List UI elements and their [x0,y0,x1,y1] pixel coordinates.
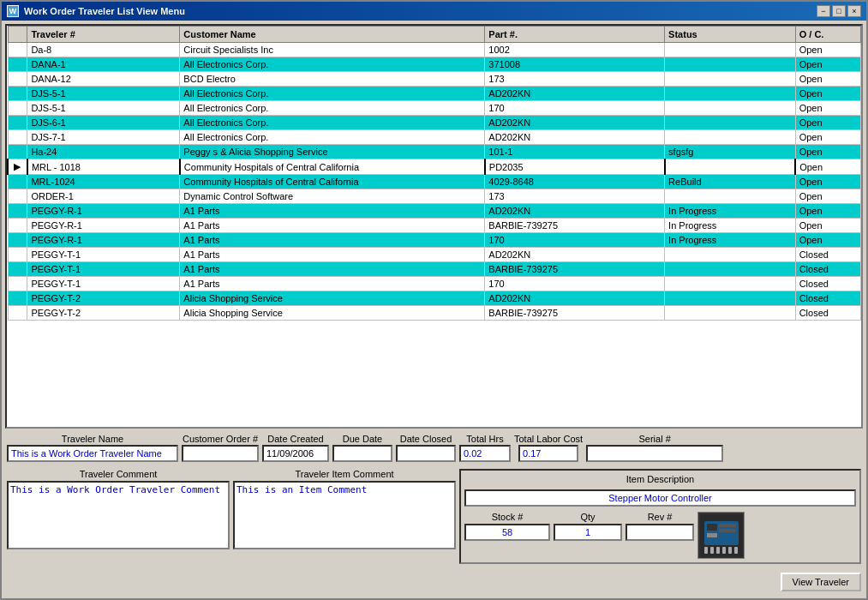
row-oc: Open [795,116,860,130]
item-image [697,512,745,559]
traveler-name-group: Traveler Name [7,434,178,462]
row-arrow [8,175,27,189]
table-row[interactable]: DJS-5-1All Electronics Corp.170Open [8,101,861,116]
total-labor-input[interactable] [518,445,578,462]
table-wrapper[interactable]: Traveler # Customer Name Part #. Status … [7,26,861,427]
row-arrow [8,116,27,130]
row-part: BARBIE-739275 [485,262,665,277]
table-row[interactable]: DJS-5-1All Electronics Corp.AD202KNOpen [8,87,861,101]
row-customer: All Electronics Corp. [180,57,485,72]
table-row[interactable]: DJS-7-1All Electronics Corp.AD202KNOpen [8,130,861,145]
table-row[interactable]: PEGGY-T-1A1 Parts170Closed [8,277,861,291]
row-status [665,43,796,57]
table-row[interactable]: PEGGY-R-1A1 Parts170In ProgressOpen [8,233,861,248]
table-row[interactable]: Da-8Circuit Specialists Inc1002Open [8,43,861,57]
table-row[interactable]: Ha-24Peggy s & Alicia Shopping Service10… [8,145,861,159]
traveler-name-input[interactable] [7,445,178,462]
table-row[interactable]: PEGGY-T-1A1 PartsBARBIE-739275Closed [8,262,861,277]
row-arrow [8,219,27,233]
col-status-header: Status [665,27,796,43]
svg-rect-10 [728,547,732,554]
total-hrs-input[interactable] [459,445,511,462]
row-oc: Open [795,130,860,145]
row-status [665,116,796,130]
row-status [665,291,796,306]
svg-rect-2 [707,524,717,531]
restore-button[interactable]: □ [832,5,846,17]
svg-rect-7 [710,547,714,554]
table-row[interactable]: DANA-1All Electronics Corp.371008Open [8,57,861,72]
app-icon: W [7,5,19,17]
row-customer: A1 Parts [180,219,485,233]
qty-group: Qty 1 [554,512,622,541]
date-closed-input[interactable] [396,445,456,462]
row-oc: Open [795,57,860,72]
row-customer: Alicia Shopping Service [180,306,485,321]
row-oc: Open [795,145,860,159]
row-customer: All Electronics Corp. [180,87,485,101]
row-part: BARBIE-739275 [485,306,665,321]
table-row[interactable]: PEGGY-T-1A1 PartsAD202KNClosed [8,248,861,262]
row-part: AD202KN [485,87,665,101]
title-bar: W Work Order Traveler List View Menu − □… [2,2,866,21]
row-part: AD202KN [485,130,665,145]
row-part: AD202KN [485,248,665,262]
row-status [665,277,796,291]
row-arrow [8,57,27,72]
row-arrow [8,101,27,116]
table-row[interactable]: ORDER-1Dynamic Control Software173Open [8,189,861,204]
row-status [665,87,796,101]
row-oc: Open [795,159,860,175]
table-row[interactable]: DJS-6-1All Electronics Corp.AD202KNOpen [8,116,861,130]
due-date-input[interactable] [332,445,392,462]
table-row[interactable]: PEGGY-T-2Alicia Shopping ServiceBARBIE-7… [8,306,861,321]
row-status: ReBuild [665,175,796,189]
table-row[interactable]: DANA-12BCD Electro173Open [8,72,861,87]
stock-value: 58 [464,524,550,541]
table-row[interactable]: MRL-1024Community Hospitals of Central C… [8,175,861,189]
col-customer-header: Customer Name [180,27,485,43]
row-customer: Peggy s & Alicia Shopping Service [180,145,485,159]
serial-input[interactable] [586,445,723,462]
view-traveler-button[interactable]: View Traveler [781,573,861,591]
row-status: In Progress [665,219,796,233]
traveler-table: Traveler # Customer Name Part #. Status … [7,26,861,321]
row-customer: All Electronics Corp. [180,101,485,116]
window-body: Traveler # Customer Name Part #. Status … [2,21,866,598]
table-row[interactable]: ▶MRL - 1018Community Hospitals of Centra… [8,159,861,175]
row-arrow: ▶ [8,159,27,175]
table-row[interactable]: PEGGY-R-1A1 PartsBARBIE-739275In Progres… [8,219,861,233]
item-description-title: Item Description [464,474,856,484]
row-traveler: MRL-1024 [27,175,180,189]
date-created-input[interactable] [262,445,329,462]
row-traveler: PEGGY-T-2 [27,291,180,306]
total-labor-group: Total Labor Cost [514,434,583,462]
row-customer: Community Hospitals of Central Californi… [180,175,485,189]
rev-value [626,524,694,541]
col-traveler-header: Traveler # [27,27,180,43]
rev-label: Rev # [648,512,673,522]
customer-order-input[interactable] [182,445,259,462]
row-oc: Closed [795,248,860,262]
row-status [665,101,796,116]
close-button[interactable]: × [847,5,861,17]
row-part: 371008 [485,57,665,72]
minimize-button[interactable]: − [817,5,830,17]
table-row[interactable]: PEGGY-T-2Alicia Shopping ServiceAD202KNC… [8,291,861,306]
row-oc: Open [795,175,860,189]
table-row[interactable]: PEGGY-R-1A1 PartsAD202KNIn ProgressOpen [8,204,861,219]
row-traveler: PEGGY-T-2 [27,306,180,321]
traveler-comment-textarea[interactable]: This is a Work Order Traveler Comment [7,481,230,549]
item-comment-textarea[interactable]: This is an Item Comment [233,481,456,549]
row-customer: A1 Parts [180,233,485,248]
row-customer: All Electronics Corp. [180,116,485,130]
row-arrow [8,262,27,277]
col-part-header: Part #. [485,27,665,43]
col-arrow-header [8,27,27,43]
row-customer: Dynamic Control Software [180,189,485,204]
row-part: AD202KN [485,116,665,130]
table-header-row: Traveler # Customer Name Part #. Status … [8,27,861,43]
total-hrs-group: Total Hrs [459,434,511,462]
row-customer: A1 Parts [180,248,485,262]
view-traveler-row: View Traveler [5,569,863,595]
